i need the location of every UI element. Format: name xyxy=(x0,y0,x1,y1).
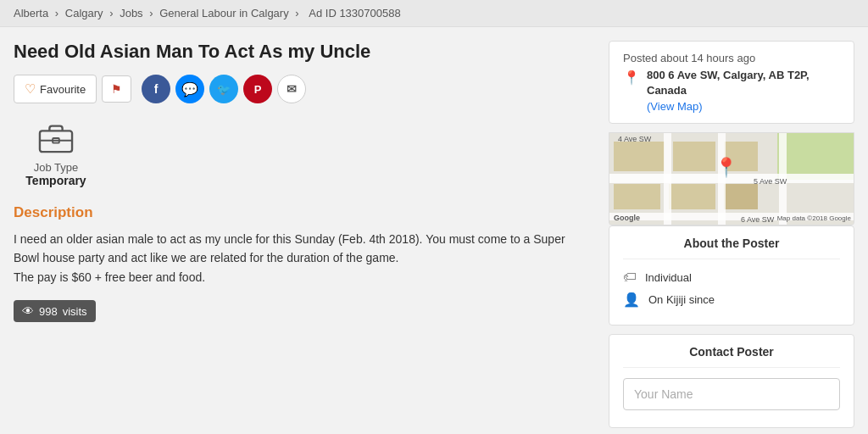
breadcrumb-sep3: › xyxy=(149,7,156,19)
briefcase-icon xyxy=(36,120,76,154)
your-name-input[interactable] xyxy=(623,378,840,410)
user-icon: 👤 xyxy=(623,292,640,308)
breadcrumb-alberta[interactable]: Alberta xyxy=(14,7,48,19)
location-pin-icon: 📍 xyxy=(623,70,640,86)
email-share-button[interactable]: ✉ xyxy=(277,75,306,103)
main-content: Need Old Asian Man To Act As my Uncle ♡ … xyxy=(0,27,868,434)
about-poster-title: About the Poster xyxy=(623,236,840,259)
job-type-section: Job Type Temporary xyxy=(14,120,98,187)
visits-badge: 👁 998 visits xyxy=(14,300,96,322)
map-label-4ave: 4 Ave SW xyxy=(618,135,651,143)
breadcrumb-general-labour[interactable]: General Labour in Calgary xyxy=(159,7,288,19)
description-text: I need an older asian male to act as my … xyxy=(14,230,588,287)
social-buttons: f 💬 🐦 P ✉ xyxy=(142,75,306,103)
eye-icon: 👁 xyxy=(22,304,34,318)
description-line-2: The pay is $60 + free beer and food. xyxy=(14,270,205,284)
job-type-value: Temporary xyxy=(25,174,86,187)
description-line-1: I need an older asian male to act as my … xyxy=(14,232,565,264)
map-location-pin: 📍 xyxy=(715,157,737,179)
poster-since-row: 👤 On Kijiji since xyxy=(623,292,840,308)
pinterest-share-button[interactable]: P xyxy=(243,75,272,103)
breadcrumb-calgary[interactable]: Calgary xyxy=(65,7,103,19)
pinterest-icon: P xyxy=(254,83,262,96)
poster-type-label: Individual xyxy=(645,271,692,284)
breadcrumb-ad-id: Ad ID 1330700588 xyxy=(309,7,400,19)
breadcrumb-sep4: › xyxy=(295,7,302,19)
ad-title: Need Old Asian Man To Act As my Uncle xyxy=(14,41,588,63)
about-poster-section: About the Poster 🏷 Individual 👤 On Kijij… xyxy=(609,225,854,326)
left-column: Need Old Asian Man To Act As my Uncle ♡ … xyxy=(14,41,609,428)
contact-poster-section: Contact Poster xyxy=(609,334,854,428)
breadcrumb-sep2: › xyxy=(109,7,116,19)
messenger-icon: 💬 xyxy=(181,81,198,97)
map-container: 📍 4 Ave SW 5 Ave SW 6 Ave SW Google Map … xyxy=(609,132,854,225)
visits-count: 998 xyxy=(39,305,58,318)
twitter-icon: 🐦 xyxy=(217,83,231,96)
location-row: 📍 800 6 Ave SW, Calgary, AB T2P, Canada … xyxy=(623,68,840,113)
action-bar: ♡ Favourite ⚑ f 💬 🐦 xyxy=(14,75,588,103)
favourite-label: Favourite xyxy=(40,83,86,96)
description-heading: Description xyxy=(14,204,588,221)
google-watermark: Google xyxy=(614,214,640,222)
twitter-share-button[interactable]: 🐦 xyxy=(209,75,238,103)
right-column: Posted about 14 hours ago 📍 800 6 Ave SW… xyxy=(609,41,854,428)
flag-button[interactable]: ⚑ xyxy=(102,75,131,103)
map-data-credit: Map data ©2018 Google xyxy=(777,214,851,222)
favourite-button[interactable]: ♡ Favourite xyxy=(14,75,97,103)
breadcrumb-sep1: › xyxy=(55,7,62,19)
page-wrapper: Alberta › Calgary › Jobs › General Labou… xyxy=(0,0,868,434)
map-label-5ave: 5 Ave SW xyxy=(754,177,787,186)
poster-type-row: 🏷 Individual xyxy=(623,270,840,285)
heart-icon: ♡ xyxy=(25,81,36,97)
breadcrumb: Alberta › Calgary › Jobs › General Labou… xyxy=(0,0,868,27)
map-label-6ave: 6 Ave SW xyxy=(741,215,774,224)
posted-section: Posted about 14 hours ago 📍 800 6 Ave SW… xyxy=(609,41,854,124)
facebook-share-button[interactable]: f xyxy=(142,75,170,103)
flag-icon: ⚑ xyxy=(111,82,122,96)
map-background: 📍 4 Ave SW 5 Ave SW 6 Ave SW Google Map … xyxy=(609,133,854,225)
poster-since-label: On Kijiji since xyxy=(648,293,715,306)
messenger-share-button[interactable]: 💬 xyxy=(175,75,204,103)
breadcrumb-jobs[interactable]: Jobs xyxy=(120,7,142,19)
location-address: 800 6 Ave SW, Calgary, AB T2P, Canada xyxy=(647,68,840,98)
posted-time: Posted about 14 hours ago xyxy=(623,52,840,64)
view-map-link[interactable]: (View Map) xyxy=(647,100,840,113)
tag-icon: 🏷 xyxy=(623,270,637,285)
email-icon: ✉ xyxy=(287,82,297,96)
job-type-label: Job Type xyxy=(34,161,79,174)
contact-poster-title: Contact Poster xyxy=(623,345,840,368)
location-details: 800 6 Ave SW, Calgary, AB T2P, Canada (V… xyxy=(647,68,840,113)
visits-label: visits xyxy=(63,305,87,318)
facebook-icon: f xyxy=(154,82,159,96)
